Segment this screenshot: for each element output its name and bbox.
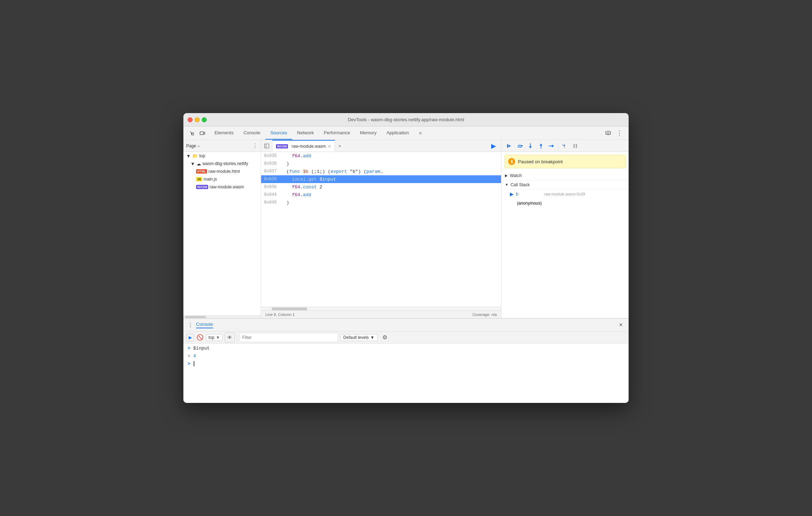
debugger-resume-button[interactable] (504, 141, 514, 151)
tree-item-html-label: raw-module.html (208, 169, 240, 174)
svg-marker-5 (508, 145, 511, 147)
editor-tab-close[interactable]: × (328, 144, 331, 149)
tree-item-js[interactable]: JS main.js (183, 175, 261, 183)
code-editor[interactable]: 0x035 f64.add 0x036 ) 0x037 (261, 152, 501, 307)
tab-elements[interactable]: Elements (210, 127, 239, 140)
console-filter-input[interactable] (239, 333, 338, 342)
editor-tab-more[interactable]: » (335, 140, 345, 152)
tree-item-origin[interactable]: ▼ ☁ wasm-dbg-stories.netlify (183, 160, 261, 168)
html-file-icon: HTML (196, 169, 207, 174)
editor-toolbar-right: ▶ (486, 140, 501, 152)
code-scroll-thumb[interactable] (272, 307, 307, 310)
breakpoint-banner: ℹ Paused on breakpoint (504, 155, 626, 168)
editor-tab-wasm[interactable]: WASM raw-module.wasm × (272, 140, 335, 152)
chevron-down-icon-origin: ▼ (190, 161, 195, 166)
cursor-position: Line 8, Column 1 (265, 312, 295, 317)
code-line-0x03b: 0x03b f64.const 2 (261, 183, 501, 191)
line-addr-0x045: 0x045 (264, 200, 281, 205)
inspect-element-button[interactable] (187, 128, 197, 138)
line-addr-0x039: 0x039 (264, 177, 281, 182)
editor-tab-filename: raw-module.wasm (292, 144, 326, 149)
console-text-input: $input (193, 346, 210, 351)
tree-item-html[interactable]: HTML raw-module.html (183, 168, 261, 175)
console-run-button[interactable]: ▶ (186, 334, 194, 341)
close-button[interactable] (188, 117, 193, 122)
console-clear-button[interactable]: 🚫 (196, 334, 204, 341)
debugger-step-over-button[interactable] (515, 141, 525, 151)
sources-panel: Page » ⋮ ▼ 📁 top ▼ (183, 140, 629, 318)
tree-item-top-label: top (199, 153, 205, 158)
code-line-0x037: 0x037 (func $b (;1;) (export "b") (param… (261, 168, 501, 175)
console-context-arrow-icon: ▼ (216, 335, 220, 340)
console-output[interactable]: > $input < 4 > (183, 344, 629, 403)
tab-network[interactable]: Network (292, 127, 319, 140)
svg-rect-3 (265, 144, 269, 148)
tree-scroll-thumb[interactable] (185, 316, 206, 318)
debugger-step-button[interactable] (547, 141, 557, 151)
tab-sources[interactable]: Sources (265, 127, 292, 140)
editor-toggle-sidebar[interactable] (261, 140, 272, 152)
svg-rect-2 (204, 132, 205, 134)
file-tree-more-button[interactable]: ⋮ (252, 142, 258, 149)
console-header: ⋮ Console × (183, 319, 629, 332)
minimize-button[interactable] (195, 117, 200, 122)
line-content-0x03b: f64.const 2 (281, 184, 322, 190)
debugger-step-out-button[interactable] (536, 141, 546, 151)
line-content-0x035: f64.add (281, 153, 311, 159)
debugger-step-into-button[interactable] (525, 141, 535, 151)
call-stack-item-anonymous[interactable]: (anonymous) (501, 199, 629, 208)
window-title: DevTools - wasm-dbg-stories.netlify.app/… (348, 117, 464, 122)
console-levels-label: Default levels (343, 335, 369, 340)
console-menu-button[interactable]: ⋮ (186, 321, 195, 329)
js-file-icon: JS (196, 177, 202, 181)
console-close-button[interactable]: × (616, 320, 626, 330)
main-content: Page » ⋮ ▼ 📁 top ▼ (183, 140, 629, 318)
console-prompt-active: > (188, 361, 190, 367)
devtools: Elements Console Sources Network Perform… (183, 127, 629, 403)
tab-performance[interactable]: Performance (319, 127, 355, 140)
fullscreen-button[interactable] (202, 117, 207, 122)
watch-chevron-icon: ▶ (505, 174, 508, 177)
console-levels-select[interactable]: Default levels ▼ (340, 334, 378, 341)
watch-section-header[interactable]: ▶ Watch (501, 171, 629, 180)
code-line-0x035: 0x035 f64.add (261, 152, 501, 160)
console-text-output: 4 (193, 353, 196, 359)
tree-item-wasm[interactable]: WASM raw-module.wasm (183, 183, 261, 191)
console-cursor (194, 361, 194, 366)
debugger-panel: ℹ Paused on breakpoint ▶ Watch ▼ Call St… (501, 140, 629, 318)
console-section: ⋮ Console × ▶ 🚫 top ▼ 👁 Default levels (183, 318, 629, 403)
debugger-body[interactable]: ℹ Paused on breakpoint ▶ Watch ▼ Call St… (501, 152, 629, 318)
debugger-deactivate-button[interactable] (560, 141, 570, 151)
call-stack-item-b[interactable]: ▶ b raw-module.wasm:0x39 (501, 189, 629, 199)
call-stack-arrow-icon: ▶ (510, 191, 514, 197)
settings-button[interactable] (603, 128, 613, 138)
tree-item-wasm-label: raw-module.wasm (210, 184, 244, 189)
tab-more[interactable]: » (414, 127, 427, 140)
tree-item-top[interactable]: ▼ 📁 top (183, 152, 261, 160)
svg-rect-17 (573, 144, 575, 148)
file-tree-body: ▼ 📁 top ▼ ☁ wasm-dbg-stories.netlify (183, 152, 261, 315)
file-tree: Page » ⋮ ▼ 📁 top ▼ (183, 140, 261, 318)
console-line-active[interactable]: > (183, 360, 629, 368)
customize-button[interactable]: ⋮ (614, 128, 624, 138)
console-eye-button[interactable]: 👁 (225, 333, 235, 342)
debugger-pause-button[interactable] (570, 141, 580, 151)
console-settings-button[interactable]: ⚙ (380, 333, 390, 342)
console-line-output: < 4 (183, 353, 629, 360)
wasm-tab-icon: WASM (276, 144, 288, 148)
console-toolbar: ▶ 🚫 top ▼ 👁 Default levels ▼ ⚙ (183, 332, 629, 344)
console-context-select[interactable]: top ▼ (206, 334, 223, 341)
tab-bar: Elements Console Sources Network Perform… (183, 127, 629, 140)
device-toolbar-button[interactable] (198, 128, 207, 138)
editor-run-button[interactable]: ▶ (489, 141, 498, 151)
call-stack-fn-anonymous: (anonymous) (510, 201, 542, 206)
call-stack-section-header[interactable]: ▼ Call Stack (501, 180, 629, 189)
page-chevron[interactable]: » (198, 144, 200, 148)
tab-memory[interactable]: Memory (355, 127, 382, 140)
tab-application[interactable]: Application (382, 127, 414, 140)
chevron-down-icon: ▼ (186, 153, 191, 159)
tab-console[interactable]: Console (239, 127, 265, 140)
code-line-0x044: 0x044 f64.add (261, 191, 501, 199)
tree-item-js-label: main.js (204, 177, 217, 182)
cloud-icon: ☁ (196, 161, 201, 166)
